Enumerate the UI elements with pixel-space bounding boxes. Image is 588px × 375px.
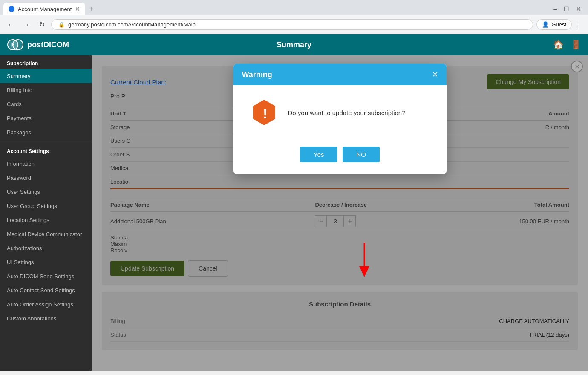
app-header: P postDICOM Summary 🏠 🚪 bbox=[0, 34, 588, 55]
sidebar-item-user-settings[interactable]: User Settings bbox=[0, 185, 92, 199]
home-icon[interactable]: 🏠 bbox=[553, 40, 564, 50]
modal-body: ! Do you want to update your subscriptio… bbox=[233, 85, 447, 140]
address-text: germany.postdicom.com/AccountManagement/… bbox=[68, 21, 196, 28]
sidebar-item-auto-contact-send-settings[interactable]: Auto Contact Send Settings bbox=[0, 283, 92, 297]
refresh-button[interactable]: ↻ bbox=[36, 19, 48, 31]
sidebar-item-auto-order-assign-settings[interactable]: Auto Order Assign Settings bbox=[0, 297, 92, 312]
profile-icon: 👤 bbox=[542, 21, 549, 28]
app-container: P postDICOM Summary 🏠 🚪 Subscription Sum… bbox=[0, 34, 588, 371]
modal-message: Do you want to update your subscription? bbox=[288, 109, 406, 116]
svg-point-1 bbox=[13, 40, 23, 50]
maximize-button[interactable]: ☐ bbox=[564, 6, 569, 12]
modal-header: Warning × bbox=[233, 64, 447, 85]
logo: P postDICOM bbox=[7, 37, 69, 52]
browser-toolbar: ← → ↻ 🔒 germany.postdicom.com/AccountMan… bbox=[0, 15, 588, 34]
modal-close-button[interactable]: × bbox=[432, 70, 438, 79]
sidebar-item-auto-dicom-send-settings[interactable]: Auto DICOM Send Settings bbox=[0, 269, 92, 283]
profile-button[interactable]: 👤 Guest bbox=[536, 19, 572, 30]
svg-marker-6 bbox=[359, 266, 369, 277]
sidebar-item-ui-settings[interactable]: UI Settings bbox=[0, 255, 92, 269]
no-button[interactable]: NO bbox=[343, 147, 380, 162]
sidebar: Subscription Summary Billing Info Cards … bbox=[0, 55, 92, 371]
logo-icon: P bbox=[7, 37, 24, 52]
svg-text:!: ! bbox=[263, 106, 268, 121]
sidebar-item-summary[interactable]: Summary bbox=[0, 69, 92, 83]
header-icons: 🏠 🚪 bbox=[553, 40, 581, 50]
tab-favicon bbox=[9, 6, 14, 12]
svg-text:P: P bbox=[11, 43, 14, 48]
main-content: Current Cloud Plan: Change My Subscripti… bbox=[92, 55, 588, 371]
browser-chrome: Account Management ✕ + – ☐ ✕ ← → ↻ 🔒 ger… bbox=[0, 0, 588, 34]
yes-button[interactable]: Yes bbox=[300, 147, 337, 162]
minimize-button[interactable]: – bbox=[553, 6, 557, 12]
browser-tab[interactable]: Account Management ✕ bbox=[3, 3, 85, 15]
sidebar-divider-1 bbox=[0, 141, 92, 141]
close-window-button[interactable]: ✕ bbox=[576, 6, 581, 12]
browser-tab-bar: Account Management ✕ + – ☐ ✕ bbox=[0, 0, 588, 15]
sidebar-item-authorizations[interactable]: Authorizations bbox=[0, 241, 92, 255]
logo-text: postDICOM bbox=[27, 40, 69, 49]
exit-icon[interactable]: 🚪 bbox=[571, 40, 581, 50]
forward-button[interactable]: → bbox=[20, 19, 32, 31]
modal-footer: Yes NO bbox=[233, 140, 447, 174]
sidebar-item-medical-device-communicator[interactable]: Medical Device Communicator bbox=[0, 227, 92, 241]
address-bar[interactable]: 🔒 germany.postdicom.com/AccountManagemen… bbox=[51, 19, 533, 30]
sidebar-item-packages[interactable]: Packages bbox=[0, 125, 92, 139]
sidebar-item-cards[interactable]: Cards bbox=[0, 97, 92, 111]
account-section-title: Account Settings bbox=[0, 143, 92, 157]
app-body: Subscription Summary Billing Info Cards … bbox=[0, 55, 588, 371]
red-arrow bbox=[356, 243, 373, 277]
sidebar-item-information[interactable]: Information bbox=[0, 157, 92, 171]
sidebar-item-billing-info[interactable]: Billing Info bbox=[0, 83, 92, 97]
sidebar-item-password[interactable]: Password bbox=[0, 171, 92, 185]
tab-close-button[interactable]: ✕ bbox=[75, 6, 80, 12]
sidebar-item-location-settings[interactable]: Location Settings bbox=[0, 213, 92, 227]
modal-overlay: Warning × ! Do you want to update your s… bbox=[92, 55, 588, 371]
warning-modal: Warning × ! Do you want to update your s… bbox=[233, 64, 447, 174]
sidebar-item-payments[interactable]: Payments bbox=[0, 111, 92, 125]
browser-window-controls: – ☐ ✕ bbox=[553, 6, 588, 12]
lock-icon: 🔒 bbox=[58, 22, 65, 28]
profile-label: Guest bbox=[551, 21, 566, 28]
page-title: Summary bbox=[277, 40, 311, 49]
subscription-section-title: Subscription bbox=[0, 55, 92, 69]
modal-title: Warning bbox=[242, 70, 272, 79]
tab-title: Account Management bbox=[18, 6, 72, 12]
new-tab-button[interactable]: + bbox=[85, 5, 97, 14]
sidebar-item-user-group-settings[interactable]: User Group Settings bbox=[0, 199, 92, 213]
back-button[interactable]: ← bbox=[5, 19, 17, 31]
browser-menu-button[interactable]: ⋮ bbox=[575, 20, 583, 29]
warning-icon: ! bbox=[251, 99, 278, 126]
sidebar-item-custom-annotations[interactable]: Custom Annotations bbox=[0, 312, 92, 326]
